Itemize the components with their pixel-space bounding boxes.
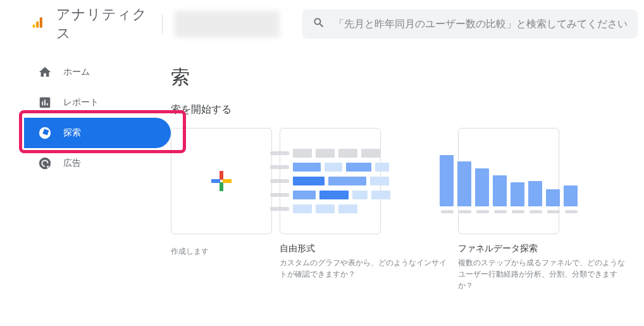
- sidebar-item-ads[interactable]: 広告: [0, 148, 171, 179]
- sidebar-item-home[interactable]: ホーム: [0, 57, 171, 87]
- card-blank-exploration[interactable]: [171, 128, 272, 234]
- header-divider: [162, 15, 163, 34]
- main-content: 索 索を開始する 作成します: [171, 48, 644, 326]
- search-placeholder: 「先月と昨年同月のユーザー数の比較」と検索してみてください: [334, 18, 628, 31]
- card-label-funnel: ファネルデータ探索 複数のステップから成るファネルで、どのようなユーザー行動経路…: [458, 243, 629, 291]
- app-title: アナリティクス: [56, 5, 149, 43]
- svg-rect-2: [40, 18, 42, 28]
- card-title: ファネルデータ探索: [458, 243, 629, 254]
- svg-rect-6: [223, 179, 232, 183]
- sidebar-item-explore[interactable]: 探索: [24, 118, 171, 148]
- explore-icon: [38, 126, 52, 140]
- card-desc: 複数のステップから成るファネルで、どのようなユーザー行動経路が分析、分割、分類で…: [458, 257, 629, 291]
- plus-icon: [209, 168, 234, 194]
- sidebar-item-reports[interactable]: レポート: [0, 87, 171, 118]
- sidebar-item-label: 広告: [63, 158, 81, 169]
- property-selector-blurred[interactable]: [175, 11, 280, 37]
- card-columns: 作成します 自由形式 カスタムのグラフや表から、どのようなインサイトが: [171, 128, 644, 291]
- sidebar-item-label: レポート: [63, 97, 99, 108]
- report-icon: [38, 96, 52, 110]
- card-label-blank: 作成します: [171, 243, 272, 257]
- search-bar[interactable]: 「先月と昨年同月のユーザー数の比較」と検索してみてください: [302, 9, 638, 39]
- card-label-freeform: 自由形式 カスタムのグラフや表から、どのようなインサイトが確認できますか？: [280, 243, 450, 280]
- page-title: 索: [171, 65, 644, 91]
- sidebar: ホーム レポート 探索 広告: [0, 48, 171, 326]
- svg-rect-4: [220, 182, 223, 191]
- home-icon: [38, 65, 52, 79]
- card-freeform[interactable]: [280, 128, 381, 234]
- card-desc: 作成します: [171, 246, 272, 257]
- card-funnel-exploration[interactable]: [458, 128, 559, 234]
- svg-rect-3: [220, 171, 223, 180]
- svg-rect-1: [36, 22, 39, 28]
- card-desc: カスタムのグラフや表から、どのようなインサイトが確認できますか？: [280, 257, 450, 280]
- search-icon: [313, 16, 325, 32]
- app-header: アナリティクス 「先月と昨年同月のユーザー数の比較」と検索してみてください: [0, 0, 644, 48]
- analytics-logo-icon: [32, 16, 44, 32]
- svg-rect-0: [33, 25, 35, 28]
- sidebar-item-label: ホーム: [63, 66, 90, 78]
- freeform-thumbnail: [270, 149, 390, 213]
- card-title: 自由形式: [280, 243, 450, 254]
- page-subtitle: 索を開始する: [171, 103, 644, 116]
- svg-rect-5: [211, 179, 220, 183]
- sidebar-item-label: 探索: [63, 127, 81, 139]
- ads-icon: [38, 156, 52, 170]
- funnel-thumbnail: [440, 149, 578, 213]
- app-body: ホーム レポート 探索 広告 索 索を開始する: [0, 48, 644, 326]
